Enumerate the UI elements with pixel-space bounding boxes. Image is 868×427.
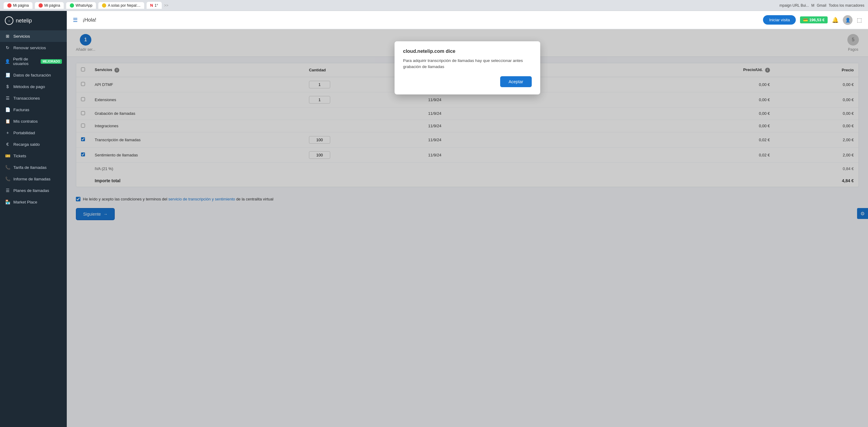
sidebar-item-marketplace[interactable]: 🏪 Market Place	[0, 196, 67, 208]
logo-icon: ○	[5, 17, 13, 25]
tab-whatsapp[interactable]: WhatsApp	[66, 2, 96, 9]
sidebar-item-tickets[interactable]: 🎫 Tickets	[0, 150, 67, 162]
sidebar-label-marketplace: Market Place	[13, 200, 37, 204]
gmail-label[interactable]: Gmail	[817, 3, 826, 8]
balance-value: 196,53 €	[809, 18, 825, 22]
header-right: Iniciar visita 💳 196,53 € 🔔 👤 ⬚	[763, 15, 862, 25]
gmail-icon: M	[811, 3, 814, 8]
sidebar: ○ netelip ⊞ Servicios ↻ Renovar servicio…	[0, 11, 67, 427]
sidebar-item-pago[interactable]: $ Métodos de pago	[0, 81, 67, 92]
modal-overlay: cloud.netelip.com dice Para adquirir tra…	[67, 29, 868, 427]
browser-right: mpaign URL Bui... M Gmail Todos los marc…	[779, 3, 864, 8]
sidebar-logo: ○ netelip	[0, 11, 67, 30]
sidebar-item-planes[interactable]: ☰ Planes de llamadas	[0, 184, 67, 196]
modal-dialog: cloud.netelip.com dice Para adquirir tra…	[395, 41, 540, 94]
tab-netflix[interactable]: N 1°	[147, 2, 162, 9]
more-tabs[interactable]: >>	[164, 3, 168, 8]
plus-icon: +	[5, 130, 10, 135]
document-icon: 📄	[5, 107, 10, 112]
browser-bar: Mi página Mi página WhatsApp A solas por…	[0, 0, 868, 11]
contract-icon: 📋	[5, 119, 10, 123]
list-icon: ☰	[5, 96, 10, 101]
tab-mi-pagina-1[interactable]: Mi página	[4, 2, 32, 9]
sidebar-item-transacciones[interactable]: ☰ Transacciones	[0, 92, 67, 104]
receipt-icon: 🧾	[5, 73, 10, 78]
sidebar-item-facturacion[interactable]: 🧾 Datos de facturación	[0, 69, 67, 81]
bookmarks-label: Todos los marcadores	[829, 3, 864, 8]
hamburger-icon[interactable]: ☰	[73, 17, 78, 23]
sidebar-item-servicios[interactable]: ⊞ Servicios	[0, 30, 67, 42]
credit-card-icon: 💳	[803, 18, 808, 22]
sidebar-label-contratos: Mis contratos	[13, 119, 38, 123]
logout-icon[interactable]: ⬚	[857, 17, 862, 23]
aceptar-button[interactable]: Aceptar	[500, 76, 532, 87]
sidebar-label-portabilidad: Portabilidad	[13, 131, 35, 135]
sidebar-item-contratos[interactable]: 📋 Mis contratos	[0, 115, 67, 127]
tab-nepal[interactable]: A solas por Nepal:...	[98, 2, 144, 9]
sidebar-label-recarga: Recarga saldo	[13, 142, 40, 147]
ticket-icon: 🎫	[5, 153, 10, 158]
iniciar-visita-button[interactable]: Iniciar visita	[763, 15, 796, 25]
sidebar-label-informe: Informe de llamadas	[13, 177, 51, 181]
balance-badge: 💳 196,53 €	[800, 17, 828, 23]
sidebar-label-perfil: Perfil de usuarios	[13, 57, 36, 66]
app-container: ○ netelip ⊞ Servicios ↻ Renovar servicio…	[0, 11, 868, 427]
sidebar-item-renovar[interactable]: ↻ Renovar servicios	[0, 42, 67, 53]
sidebar-item-recarga[interactable]: € Recarga saldo	[0, 139, 67, 150]
sidebar-label-facturacion: Datos de facturación	[13, 73, 51, 78]
main-content: 1 Añadir ser... 5 Pagos	[67, 29, 868, 427]
phone2-icon: 📞	[5, 176, 10, 181]
sidebar-item-perfil[interactable]: 👤 Perfil de usuarios MEJORADO	[0, 53, 67, 69]
phone-icon: 📞	[5, 165, 10, 170]
sidebar-label-tickets: Tickets	[13, 154, 26, 158]
store-icon: 🏪	[5, 200, 10, 204]
sidebar-label-planes: Planes de llamadas	[13, 188, 49, 193]
refresh-icon: ↻	[5, 45, 10, 50]
sidebar-item-portabilidad[interactable]: + Portabilidad	[0, 127, 67, 139]
mejorado-badge: MEJORADO	[41, 59, 62, 64]
sidebar-label-pago: Métodos de pago	[13, 84, 45, 89]
header-greeting: ¡Hola!	[83, 17, 96, 23]
header: ☰ ¡Hola! Iniciar visita 💳 196,53 € 🔔 👤 ⬚	[67, 11, 868, 29]
modal-actions: Aceptar	[403, 76, 532, 87]
campaign-tab[interactable]: mpaign URL Bui...	[779, 3, 809, 8]
grid-icon: ⊞	[5, 34, 10, 38]
tab-mi-pagina-2[interactable]: Mi página	[35, 2, 64, 9]
sidebar-item-facturas[interactable]: 📄 Facturas	[0, 104, 67, 115]
modal-title: cloud.netelip.com dice	[403, 49, 532, 54]
user-icon: 👤	[5, 59, 10, 64]
avatar[interactable]: 👤	[843, 15, 852, 25]
sidebar-label-tarifa: Tarifa de llamadas	[13, 165, 47, 170]
euro-icon: €	[5, 142, 10, 147]
sidebar-label-servicios: Servicios	[13, 34, 30, 38]
sidebar-item-tarifa[interactable]: 📞 Tarifa de llamadas	[0, 162, 67, 173]
dollar-icon: $	[5, 84, 10, 89]
sidebar-label-transacciones: Transacciones	[13, 96, 40, 101]
plans-icon: ☰	[5, 188, 10, 193]
sidebar-item-informe[interactable]: 📞 Informe de llamadas	[0, 173, 67, 184]
sidebar-label-facturas: Facturas	[13, 108, 29, 112]
notification-icon[interactable]: 🔔	[832, 17, 839, 23]
modal-body: Para adquirir transcripción de llamadas …	[403, 58, 532, 70]
sidebar-label-renovar: Renovar servicios	[13, 46, 46, 50]
logo-text: netelip	[16, 18, 32, 24]
